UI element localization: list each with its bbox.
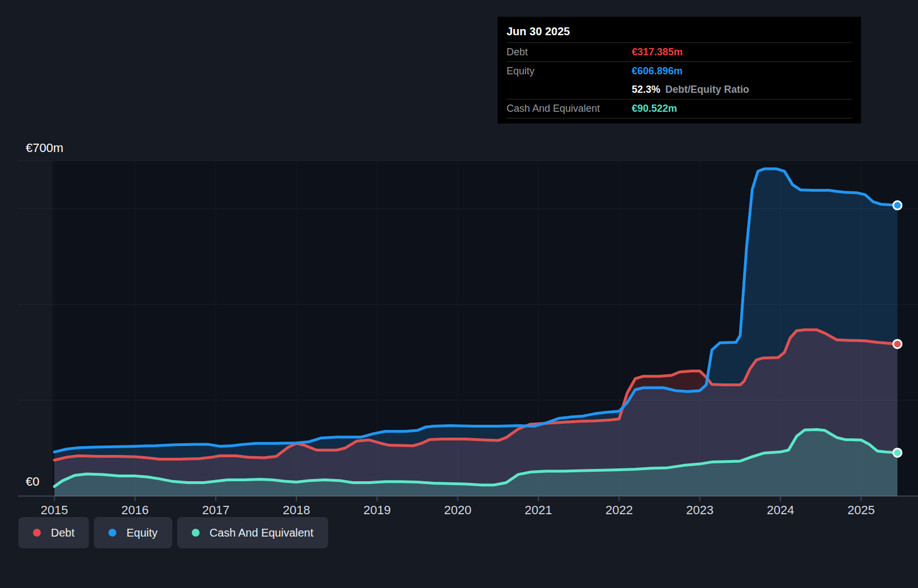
tooltip-cash-label: Cash And Equivalent xyxy=(507,103,632,115)
legend-cash-label: Cash And Equivalent xyxy=(210,527,314,539)
tooltip-equity-label: Equity xyxy=(507,65,632,77)
tooltip-row-equity: Equity €606.896m xyxy=(507,62,852,80)
cash-dot-icon xyxy=(192,529,200,537)
chart-tooltip: Jun 30 2025 Debt €317.385m Equity €606.8… xyxy=(498,17,861,124)
tooltip-debt-value: €317.385m xyxy=(632,46,683,58)
tooltip-row-cash: Cash And Equivalent €90.522m xyxy=(507,99,852,118)
x-tick-label: 2021 xyxy=(525,503,552,517)
tooltip-cash-value: €90.522m xyxy=(632,103,677,115)
legend-equity-label: Equity xyxy=(126,527,158,539)
equity-end-marker[interactable] xyxy=(893,201,902,210)
x-tick-label: 2016 xyxy=(121,503,149,517)
tooltip-row-ratio: 52.3% Debt/Equity Ratio xyxy=(507,80,852,99)
legend-item-debt[interactable]: Debt xyxy=(18,517,89,548)
x-tick-label: 2019 xyxy=(363,503,391,517)
y-axis-max-label: €700m xyxy=(26,141,63,155)
x-tick-label: 2017 xyxy=(202,503,229,517)
legend-item-equity[interactable]: Equity xyxy=(94,517,172,548)
y-axis-zero-label: €0 xyxy=(26,475,39,489)
x-tick-label: 2022 xyxy=(605,503,633,517)
debt-end-marker[interactable] xyxy=(893,340,902,348)
tooltip-date: Jun 30 2025 xyxy=(507,18,852,43)
x-tick-label: 2023 xyxy=(686,503,713,517)
equity-dot-icon xyxy=(108,529,116,537)
tooltip-ratio-value: 52.3% xyxy=(632,84,660,96)
tooltip-row-debt: Debt €317.385m xyxy=(507,43,852,62)
debt-dot-icon xyxy=(33,529,41,537)
x-tick-label: 2020 xyxy=(444,503,471,517)
x-tick-label: 2024 xyxy=(767,503,794,517)
debt-equity-history-page: 2015201620172018201920202021202220232024… xyxy=(0,0,918,588)
cash-and-equivalent-end-marker[interactable] xyxy=(893,448,902,457)
chart-legend: Debt Equity Cash And Equivalent xyxy=(18,517,328,548)
legend-debt-label: Debt xyxy=(51,527,74,539)
tooltip-equity-value: €606.896m xyxy=(632,65,683,77)
legend-item-cash[interactable]: Cash And Equivalent xyxy=(177,517,328,548)
tooltip-debt-label: Debt xyxy=(507,46,632,58)
tooltip-ratio-label: Debt/Equity Ratio xyxy=(665,84,749,96)
x-tick-label: 2015 xyxy=(41,503,68,517)
x-tick-label: 2025 xyxy=(848,503,875,517)
x-tick-label: 2018 xyxy=(283,503,310,517)
